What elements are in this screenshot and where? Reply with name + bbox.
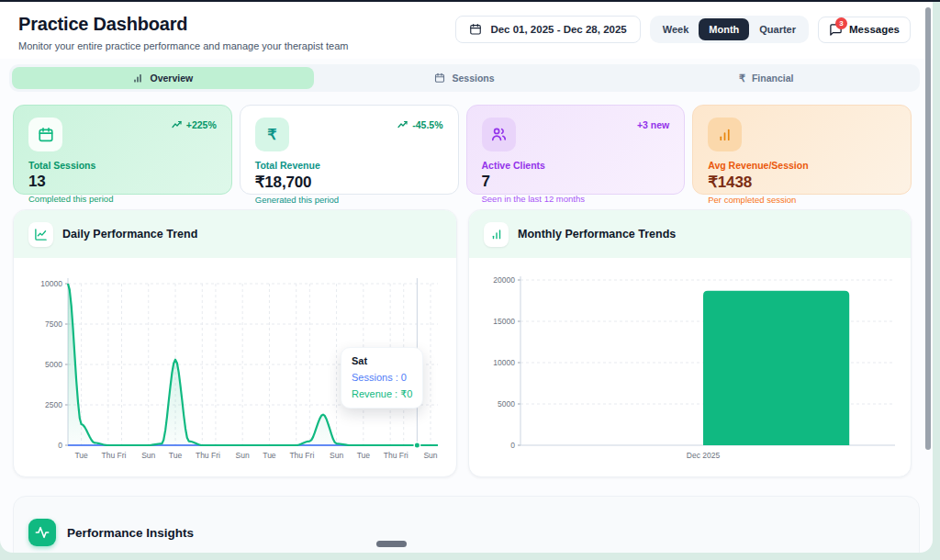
stat-label: Avg Revenue/Session [708, 160, 896, 171]
chat-icon: 3 [829, 23, 843, 37]
main-tabs: Overview Sessions ₹ Financial [9, 64, 920, 92]
svg-text:2500: 2500 [45, 400, 62, 409]
period-month-button[interactable]: Month [699, 18, 749, 40]
chart-title: Monthly Performance Trends [518, 228, 676, 241]
svg-text:Thu: Thu [102, 451, 116, 460]
trend-badge: -45.5% [397, 119, 442, 130]
messages-badge: 3 [835, 17, 847, 29]
stat-value: 7 [482, 173, 670, 191]
svg-text:20000: 20000 [493, 275, 515, 285]
stat-card-active-clients: +3 new Active Clients 7 Seen in the last… [466, 105, 686, 195]
charts-row: Daily Performance Trend 0250050007500100… [13, 209, 912, 477]
svg-text:0: 0 [510, 441, 515, 450]
line-chart-icon [28, 222, 53, 247]
stat-subtext: Completed this period [28, 194, 217, 204]
tab-sessions[interactable]: Sessions [314, 67, 616, 89]
tab-label: Sessions [452, 73, 494, 84]
stat-card-total-revenue: ₹ -45.5% Total Revenue ₹18,700 Generated… [240, 105, 459, 195]
stat-cards-row: +225% Total Sessions 13 Completed this p… [13, 105, 912, 195]
date-range-picker[interactable]: Dec 01, 2025 - Dec 28, 2025 [455, 16, 640, 43]
stat-value: ₹18,700 [255, 173, 443, 192]
monthly-chart-canvas[interactable]: 05000100001500020000Dec 2025 [469, 258, 911, 465]
calendar-icon [28, 118, 62, 151]
period-week-button[interactable]: Week [653, 18, 699, 40]
stat-label: Total Revenue [255, 160, 443, 171]
svg-text:Tue: Tue [74, 451, 88, 460]
stat-label: Total Sessions [28, 160, 217, 171]
stat-card-total-sessions: +225% Total Sessions 13 Completed this p… [13, 105, 232, 195]
new-clients-badge: +3 new [637, 119, 669, 130]
svg-text:Dec 2025: Dec 2025 [687, 451, 721, 460]
trend-up-icon [172, 120, 183, 129]
svg-text:5000: 5000 [498, 399, 515, 409]
stat-subtext: Generated this period [255, 195, 443, 205]
calendar-icon [434, 73, 445, 84]
bar-chart-icon [708, 118, 742, 151]
svg-text:Fri: Fri [118, 451, 127, 460]
tab-financial[interactable]: ₹ Financial [615, 67, 917, 89]
rupee-icon: ₹ [255, 118, 289, 151]
stat-subtext: Per completed session [708, 195, 896, 205]
revenue-bar [703, 291, 849, 445]
header: Practice Dashboard Monitor your entire p… [0, 2, 933, 59]
svg-text:Tue: Tue [357, 451, 371, 460]
users-icon [482, 118, 516, 151]
highlight-dot [414, 442, 420, 448]
period-quarter-button[interactable]: Quarter [749, 18, 806, 40]
svg-text:Sun: Sun [236, 451, 250, 460]
stat-label: Active Clients [482, 160, 670, 171]
monthly-performance-card: Monthly Performance Trends 0500010000150… [468, 209, 912, 477]
tooltip-sessions: Sessions : 0 [352, 372, 412, 383]
svg-text:Sun: Sun [330, 451, 343, 460]
svg-text:10000: 10000 [40, 279, 62, 288]
activity-icon [28, 519, 56, 546]
tab-overview[interactable]: Overview [12, 67, 314, 89]
svg-text:Thu: Thu [384, 451, 397, 460]
stat-card-avg-revenue: Avg Revenue/Session ₹1438 Per completed … [692, 105, 912, 195]
svg-text:0: 0 [58, 441, 62, 450]
date-range-label: Dec 01, 2025 - Dec 28, 2025 [490, 24, 626, 35]
chart-tooltip: Sat Sessions : 0 Revenue : ₹0 [341, 347, 423, 409]
svg-text:Fri: Fri [305, 451, 314, 460]
horizontal-scrollbar-thumb[interactable] [376, 541, 407, 547]
rupee-icon: ₹ [739, 73, 745, 84]
stat-subtext: Seen in the last 12 months [482, 194, 670, 204]
tooltip-revenue: Revenue : ₹0 [352, 388, 412, 400]
messages-button[interactable]: 3 Messages [818, 17, 911, 43]
messages-label: Messages [849, 24, 900, 35]
trend-badge: +225% [172, 119, 217, 130]
bar-chart-icon [132, 73, 143, 84]
insights-title: Performance Insights [67, 526, 194, 540]
svg-text:Thu: Thu [196, 451, 209, 460]
period-segmented-control: Week Month Quarter [650, 16, 809, 43]
chart-title: Daily Performance Trend [62, 228, 197, 241]
svg-text:Fri: Fri [399, 451, 408, 460]
tooltip-title: Sat [352, 355, 412, 366]
daily-chart-header: Daily Performance Trend [14, 210, 456, 258]
vertical-scrollbar-thumb[interactable] [925, 7, 931, 450]
svg-text:10000: 10000 [493, 358, 515, 367]
svg-text:Sun: Sun [141, 451, 155, 460]
svg-text:Thu: Thu [289, 451, 303, 460]
svg-text:5000: 5000 [45, 360, 62, 369]
tab-label: Overview [150, 73, 193, 84]
svg-text:Sun: Sun [423, 451, 437, 460]
header-actions: Dec 01, 2025 - Dec 28, 2025 Week Month Q… [455, 16, 911, 43]
daily-performance-card: Daily Performance Trend 0250050007500100… [13, 209, 457, 477]
window-top-edge [0, 0, 940, 2]
svg-text:Tue: Tue [263, 451, 276, 460]
tab-label: Financial [752, 73, 794, 84]
stat-value: 13 [28, 173, 217, 191]
svg-text:Fri: Fri [211, 451, 220, 460]
monthly-chart-header: Monthly Performance Trends [469, 210, 911, 258]
monthly-chart-svg: 05000100001500020000Dec 2025 [473, 265, 908, 465]
trend-up-icon [397, 120, 408, 129]
dashboard-app: Practice Dashboard Monitor your entire p… [0, 2, 933, 553]
svg-text:Tue: Tue [169, 451, 183, 460]
stat-value: ₹1438 [708, 173, 896, 192]
bar-chart-icon [484, 222, 509, 247]
performance-insights-card: Performance Insights [13, 496, 920, 553]
calendar-icon [469, 23, 482, 36]
svg-text:15000: 15000 [493, 317, 515, 326]
svg-text:7500: 7500 [45, 319, 62, 329]
